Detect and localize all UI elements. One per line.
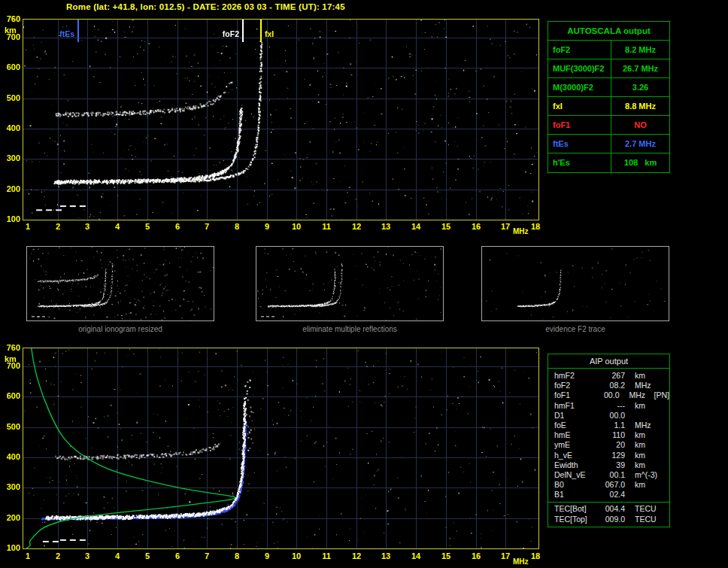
autoscala-param-value: 26.7 MHz [611,59,669,77]
top-ionogram-plot [23,19,539,220]
aip-row-param: D1 [554,411,599,421]
x-tick-label: 12 [348,222,365,232]
x-tick-label: 12 [348,551,365,561]
autoscala-row-ftEs: ftEs2.7 MHz [548,135,669,153]
autoscala-param-label: foF2 [548,41,611,59]
autoscala-param-label: ftEs [548,135,611,153]
aip-row-unit: km [635,480,662,490]
aip-row-unit: km [635,460,662,470]
x-tick-label: 1 [20,222,36,232]
x-tick-label: 17 [497,551,514,561]
aip-row-value: 02.4 [599,490,625,500]
aip-row-value: 009.0 [599,515,625,524]
autoscala-param-value: 8.2 MHz [611,41,669,59]
x-tick-label: 8 [229,222,245,232]
autoscala-param-label: foF1 [548,116,611,134]
aip-row-hmE: hmE110km [548,430,669,440]
x-tick-label: 6 [169,551,186,561]
aip-row-unit: km [635,451,662,460]
x-tick-label: 3 [79,222,96,232]
aip-row-param: foF2 [554,381,599,390]
aip-row-ymE: ymE20km [548,440,669,450]
aip-row-param: DelN_vE [554,470,599,480]
y-tick-label: 760 [2,14,20,24]
autoscala-param-value: 8.8 MHz [611,97,669,115]
aip-row-param: TEC[Bot] [554,504,599,514]
aip-row-param: foE [554,421,599,430]
aip-output-table: AIP output hmF2267kmfoF208.2MHzfoF100.0M… [548,354,670,527]
aip-row-value: 00.0 [596,390,619,400]
thumbnail-evidence-canvas [482,247,669,320]
aip-row-B1: B102.4 [548,490,669,500]
x-tick-label: 8 [229,551,245,561]
autoscala-window: Rome (lat: +41.8, lon: 012.5) - DATE: 20… [0,0,728,568]
x-tick-label: 4 [109,551,126,561]
aip-row-foF2: foF208.2MHz [548,381,669,390]
thumbnail-original-ionogram [26,246,214,321]
y-tick-label: 200 [2,184,20,194]
autoscala-param-value: NO [611,116,669,134]
y-tick-label: 300 [2,153,20,163]
aip-row-value: 00.0 [599,411,625,421]
aip-row-unit: km [635,440,662,450]
aip-row-unit: km [635,371,662,381]
aip-row-D1: D100.0 [548,411,669,421]
aip-row-param: TEC[Top] [554,515,599,524]
x-tick-label: 6 [169,222,186,232]
marker-label-ftEs: ftEs [49,29,74,38]
aip-row-unit: km [635,401,662,411]
aip-row-param: hmF2 [554,371,599,381]
y-tick-label: 200 [2,513,20,523]
x-tick-label: 13 [378,551,394,561]
x-tick-label: 14 [408,222,424,232]
marker-line-foF2 [242,20,244,42]
aip-row-unit: km [635,430,662,440]
autoscala-output-table: AUTOSCALA output foF28.2 MHzMUF(3000)F22… [548,21,670,173]
aip-row-unit: MHz [635,381,662,390]
autoscala-param-value: 108 km [611,153,669,172]
aip-row-unit: TECU [635,515,662,524]
bottom-ionogram-plot [23,348,539,549]
aip-row-unit: MHz [635,421,662,430]
top-ionogram-canvas [23,20,538,220]
y-tick-label: 400 [2,452,20,462]
marker-line-fxI [260,20,262,42]
autoscala-table-title: AUTOSCALA output [548,22,669,41]
aip-row-B0: B0067.0km [548,480,669,490]
autoscala-row-h'Es: h'Es108 km [548,153,669,172]
x-axis-unit-label: MHz [513,557,535,566]
aip-row-foE: foE1.1MHz [548,421,669,430]
aip-row-DelN_vE: DelN_vE00.1m^(-3) [548,470,669,480]
aip-row-param: ymE [554,440,599,450]
marker-label-fxI: fxI [265,29,274,38]
aip-row-value: 1.1 [599,421,625,430]
x-tick-label: 2 [50,222,66,232]
y-tick-label: 760 [2,343,20,353]
aip-row-unit [635,490,662,500]
y-axis-unit-label: km [5,26,23,35]
aip-row-param: hmE [554,430,599,440]
aip-row-unit: m^(-3) [635,470,662,480]
aip-row-param: B0 [554,480,599,490]
aip-row-hmF1: hmF1---km [548,401,669,411]
aip-row-value: 20 [599,440,625,450]
marker-label-foF2: foF2 [214,29,239,38]
x-tick-label: 3 [79,551,96,561]
x-tick-label: 1 [20,551,36,561]
x-tick-label: 9 [259,551,275,561]
x-tick-label: 10 [288,222,305,232]
autoscala-row-foF2: foF28.2 MHz [548,41,669,59]
thumbnail-eliminate-reflections [256,246,444,321]
autoscala-row-M(3000)F2: M(3000)F23.26 [548,78,669,97]
thumbnail-original-canvas [27,247,214,320]
thumbnail-caption-eliminate: eliminate multiple reflections [256,325,444,333]
x-tick-label: 5 [139,551,156,561]
x-tick-label: 11 [318,222,335,232]
y-axis-unit-label: km [5,354,23,364]
aip-row-unit [635,411,662,421]
x-tick-label: 15 [438,222,454,232]
thumbnail-evidence-f2 [481,246,669,321]
aip-row-value: 39 [599,460,625,470]
bottom-ionogram-canvas [23,348,538,548]
aip-row-foF1: foF100.0MHz[PN] [548,390,669,400]
